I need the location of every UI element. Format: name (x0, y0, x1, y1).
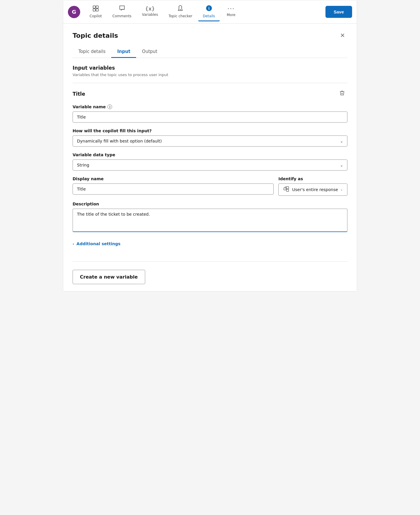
variable-name-field: Variable name i (73, 104, 347, 123)
details-icon: i (205, 5, 212, 13)
save-button[interactable]: Save (325, 6, 352, 18)
display-name-identify-row: Display name Identify as (73, 176, 347, 196)
identify-as-label: Identify as (278, 176, 347, 181)
display-name-input[interactable] (73, 183, 274, 195)
nav-label-topic-checker: Topic checker (169, 14, 192, 18)
identify-as-icon (283, 186, 289, 193)
tab-topic-details[interactable]: Topic details (73, 46, 111, 58)
nav-item-variables[interactable]: {x} Variables (137, 4, 163, 20)
fill-input-field: How will the copilot fill this input? Dy… (73, 128, 347, 147)
nav-item-details[interactable]: i Details (198, 2, 220, 21)
data-type-label: Variable data type (73, 152, 347, 157)
nav-items: Copilot Comments {x} Variables (85, 2, 323, 21)
svg-rect-3 (96, 9, 98, 11)
identify-as-col: Identify as User's entire response › (278, 176, 347, 196)
fill-input-label: How will the copilot fill this input? (73, 128, 347, 133)
fill-select-wrapper: Dynamically fill with best option (defau… (73, 135, 347, 147)
identify-as-text: User's entire response (292, 187, 338, 192)
display-name-col: Display name (73, 176, 274, 196)
top-nav: G Copilot (63, 0, 357, 24)
input-variables-heading: Input variables (73, 65, 347, 71)
data-type-field: Variable data type String ⌄ (73, 152, 347, 171)
variable-name-input[interactable] (73, 111, 347, 123)
nav-label-details: Details (203, 14, 215, 18)
divider-top (73, 83, 347, 83)
data-type-select-wrapper: String ⌄ (73, 159, 347, 171)
topic-checker-icon (177, 5, 184, 13)
tab-input[interactable]: Input (111, 46, 136, 58)
variable-name-label: Variable name i (73, 104, 347, 109)
description-textarea[interactable]: The title of the ticket to be created. (73, 209, 347, 232)
nav-item-more[interactable]: ··· More (221, 4, 241, 20)
divider-bottom (73, 261, 347, 262)
variables-icon: {x} (145, 6, 155, 11)
svg-rect-2 (93, 9, 95, 11)
nav-item-topic-checker[interactable]: Topic checker (164, 2, 197, 21)
nav-label-more: More (227, 13, 236, 17)
description-field: Description The title of the ticket to b… (73, 202, 347, 233)
panel-title: Topic details (73, 32, 118, 39)
variable-card: Title Variable name i (73, 89, 347, 255)
svg-rect-8 (287, 187, 289, 189)
variable-card-title: Title (73, 91, 85, 97)
tabs: Topic details Input Output (73, 46, 347, 58)
description-label: Description (73, 202, 347, 206)
panel-header: Topic details ✕ (73, 31, 347, 40)
nav-label-copilot: Copilot (90, 14, 102, 18)
additional-settings-label: Additional settings (76, 241, 120, 246)
additional-settings-toggle[interactable]: › Additional settings (73, 239, 347, 248)
variable-name-info-icon[interactable]: i (107, 104, 112, 109)
nav-item-copilot[interactable]: Copilot (85, 3, 107, 21)
additional-settings-chevron-icon: › (73, 242, 74, 246)
identify-as-chevron-icon: › (341, 188, 342, 192)
avatar: G (68, 6, 80, 18)
svg-rect-9 (287, 189, 289, 192)
main-panel: Topic details ✕ Topic details Input Outp… (63, 24, 357, 291)
svg-rect-7 (284, 188, 286, 190)
display-name-label: Display name (73, 176, 274, 181)
fill-select[interactable]: Dynamically fill with best option (defau… (73, 135, 347, 147)
identify-as-button[interactable]: User's entire response › (278, 183, 347, 196)
comments-icon (119, 5, 126, 13)
more-icon: ··· (227, 6, 235, 12)
nav-item-comments[interactable]: Comments (108, 2, 136, 21)
create-variable-button[interactable]: Create a new variable (73, 270, 145, 284)
display-name-field: Display name (73, 176, 274, 195)
nav-label-comments: Comments (112, 14, 131, 18)
app-container: G Copilot (63, 0, 357, 291)
tab-output[interactable]: Output (136, 46, 163, 58)
svg-text:i: i (208, 6, 210, 11)
nav-label-variables: Variables (142, 13, 158, 17)
copilot-icon (92, 5, 99, 13)
svg-rect-0 (93, 6, 95, 8)
close-button[interactable]: ✕ (338, 31, 347, 40)
variable-card-header: Title (73, 89, 347, 99)
delete-button[interactable] (337, 89, 347, 99)
input-variables-desc: Variables that the topic uses to process… (73, 73, 347, 77)
svg-rect-1 (96, 6, 98, 8)
data-type-select[interactable]: String (73, 159, 347, 171)
